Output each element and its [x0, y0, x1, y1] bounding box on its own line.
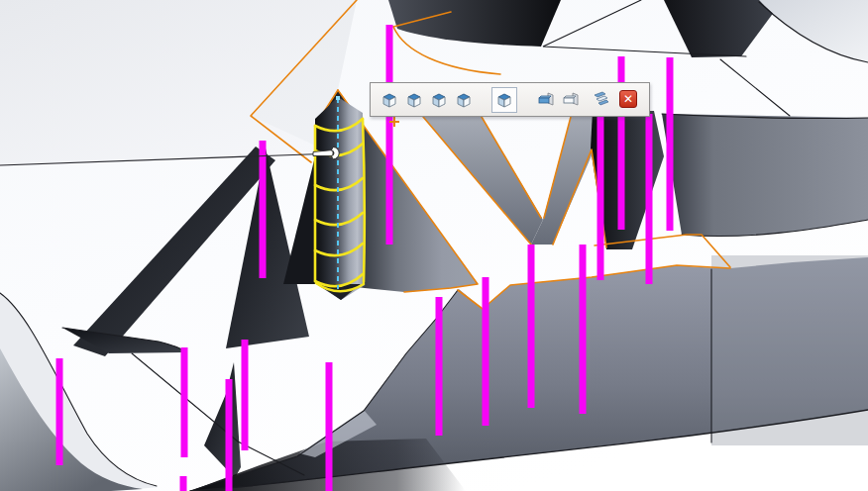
magenta-stick[interactable]	[326, 362, 333, 491]
corner-trim-icon	[380, 91, 398, 109]
trim-outline-icon	[562, 91, 580, 109]
corner-trim-option-4-button[interactable]	[455, 91, 473, 109]
model-scene	[0, 0, 868, 491]
magenta-stick[interactable]	[436, 297, 443, 436]
corner-trim-option-3-button[interactable]	[430, 91, 448, 109]
band-right-segment-tone	[711, 255, 868, 445]
magenta-stick[interactable]	[226, 379, 233, 491]
corner-trim-icon	[430, 91, 448, 109]
magenta-stick[interactable]	[260, 141, 267, 278]
magenta-stick[interactable]	[242, 340, 249, 450]
close-button[interactable]: ✕	[619, 90, 637, 108]
magenta-stick[interactable]	[580, 245, 587, 414]
weld-gap-icon	[592, 91, 609, 109]
magenta-stick[interactable]	[483, 277, 489, 426]
corner-trim-option-5-button[interactable]	[495, 91, 513, 109]
trim-with-solid-body-button[interactable]	[537, 91, 555, 109]
selected-option-frame	[491, 87, 517, 113]
magenta-stick[interactable]	[597, 109, 604, 280]
magenta-stick[interactable]	[181, 347, 188, 457]
magenta-stick[interactable]	[528, 245, 535, 408]
trim-popup-toolbar[interactable]: ✕	[370, 82, 650, 117]
corner-trim-icon	[405, 91, 423, 109]
corner-trim-icon-selected	[495, 91, 513, 109]
magenta-stick[interactable]	[646, 114, 653, 284]
upper-right-face	[662, 114, 868, 237]
magenta-stick[interactable]	[386, 25, 393, 245]
corner-trim-icon	[455, 91, 473, 109]
cad-viewport[interactable]: ✕	[0, 0, 868, 491]
weld-gap-button[interactable]	[592, 91, 609, 109]
magenta-stick[interactable]	[667, 57, 674, 231]
magenta-stick[interactable]	[180, 476, 187, 491]
trim-with-outline-body-button[interactable]	[562, 91, 580, 109]
trim-solid-icon	[537, 91, 555, 109]
corner-trim-option-2-button[interactable]	[405, 91, 423, 109]
magenta-stick[interactable]	[56, 358, 63, 465]
corner-trim-option-1-button[interactable]	[380, 91, 398, 109]
